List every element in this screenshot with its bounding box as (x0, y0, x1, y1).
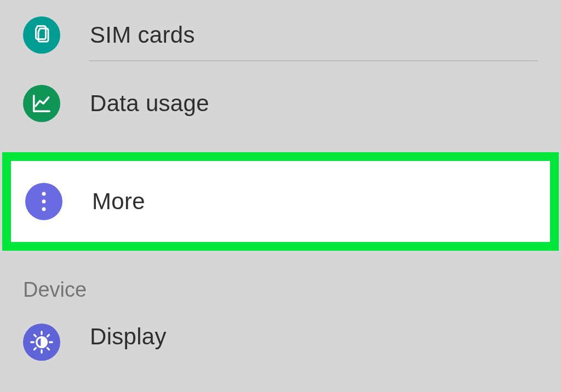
settings-item-display[interactable]: Display (0, 307, 561, 373)
settings-list: SIM cards Data usage More (0, 0, 561, 373)
svg-line-10 (34, 348, 36, 349)
settings-item-sim-cards[interactable]: SIM cards (0, 0, 561, 60)
settings-item-label: More (92, 188, 145, 215)
settings-item-label: Data usage (90, 90, 209, 117)
highlight-frame: More (2, 152, 559, 251)
svg-line-8 (34, 335, 36, 336)
more-icon (25, 183, 62, 220)
svg-line-11 (47, 335, 49, 336)
svg-point-1 (42, 200, 46, 204)
section-header-device: Device (0, 251, 561, 307)
settings-item-data-usage[interactable]: Data usage (0, 61, 561, 146)
settings-item-more[interactable]: More (11, 161, 550, 242)
svg-line-9 (47, 348, 49, 349)
section-label: Device (23, 278, 87, 301)
svg-point-2 (42, 207, 46, 211)
sim-icon (23, 16, 60, 54)
chart-icon (23, 85, 60, 122)
brightness-icon (23, 324, 60, 361)
settings-item-label: SIM cards (90, 22, 195, 48)
svg-point-0 (42, 192, 46, 196)
settings-item-label: Display (90, 324, 167, 350)
